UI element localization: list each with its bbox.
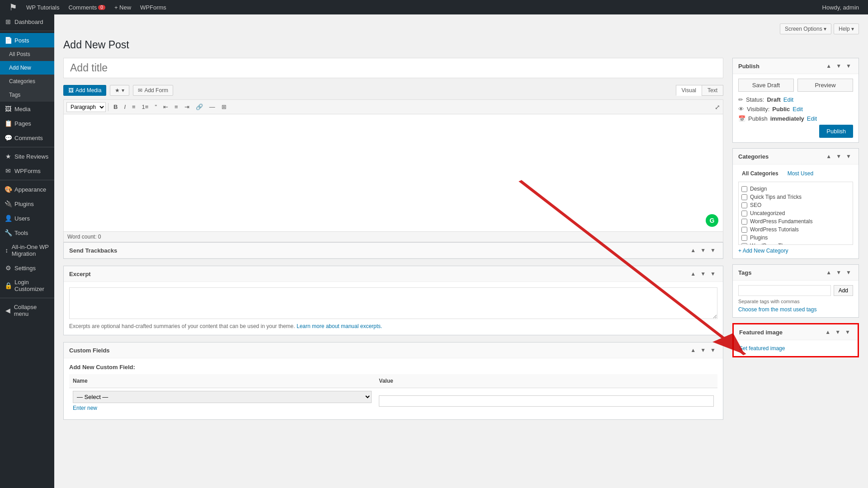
custom-fields-up-btn[interactable]: ▲ bbox=[689, 346, 698, 354]
screen-options-button[interactable]: Screen Options ▾ bbox=[780, 23, 831, 34]
tag-add-button[interactable]: Add bbox=[834, 285, 853, 296]
link-button[interactable]: 🔗 bbox=[193, 102, 206, 112]
cat-checkbox-plugins[interactable] bbox=[741, 235, 747, 241]
sidebar-item-all-posts[interactable]: All Posts bbox=[0, 47, 54, 61]
tag-input[interactable] bbox=[738, 285, 831, 296]
categories-up-btn[interactable]: ▲ bbox=[824, 152, 833, 160]
excerpt-textarea[interactable] bbox=[69, 287, 717, 319]
bold-button[interactable]: B bbox=[111, 102, 120, 112]
tags-panel-header[interactable]: Tags ▲ ▼ ▼ bbox=[733, 265, 859, 281]
sidebar-item-login-customizer[interactable]: 🔒 Login Customizer bbox=[0, 275, 54, 296]
set-featured-image-link[interactable]: Set featured image bbox=[739, 345, 785, 352]
add-form-button[interactable]: ✉ Add Form bbox=[133, 85, 173, 96]
expand-button[interactable]: ⤢ bbox=[715, 103, 720, 111]
tags-up-btn[interactable]: ▲ bbox=[824, 268, 833, 277]
excerpt-toggle-btn[interactable]: ▼ bbox=[708, 270, 717, 278]
cf-value-input[interactable] bbox=[379, 395, 714, 407]
sidebar-item-all-in-one[interactable]: ↕ All-in-One WP Migration bbox=[0, 240, 54, 261]
cf-name-select[interactable]: — Select — bbox=[73, 391, 372, 403]
all-categories-tab[interactable]: All Categories bbox=[738, 169, 782, 178]
categories-toggle-btn[interactable]: ▼ bbox=[844, 152, 853, 160]
status-edit-link[interactable]: Edit bbox=[783, 96, 793, 103]
featured-image-panel-header[interactable]: Featured image ▲ ▼ ▼ bbox=[734, 324, 858, 340]
sidebar-item-site-reviews[interactable]: ★ Site Reviews bbox=[0, 149, 54, 164]
add-new-category-link[interactable]: + Add New Category bbox=[738, 248, 788, 254]
cat-checkbox-wp-themes[interactable] bbox=[741, 243, 747, 245]
trackbacks-down-btn[interactable]: ▼ bbox=[698, 246, 708, 254]
ordered-list-button[interactable]: 1≡ bbox=[139, 102, 151, 112]
cat-checkbox-wp-fundamentals[interactable] bbox=[741, 219, 747, 225]
sidebar-item-categories[interactable]: Categories bbox=[0, 75, 54, 88]
publish-panel-header[interactable]: Publish ▲ ▼ ▼ bbox=[733, 58, 859, 74]
align-left-button[interactable]: ⇤ bbox=[160, 102, 171, 112]
sidebar-item-settings[interactable]: ⚙ Settings bbox=[0, 261, 54, 275]
sidebar-item-appearance[interactable]: 🎨 Appearance bbox=[0, 182, 54, 197]
cat-checkbox-uncategorized[interactable] bbox=[741, 211, 747, 216]
publish-toggle-btn[interactable]: ▼ bbox=[844, 62, 853, 70]
wp-logo-icon[interactable]: ⚑ bbox=[5, 0, 22, 14]
sidebar-item-wpforms[interactable]: ✉ WPForms bbox=[0, 164, 54, 178]
publish-up-btn[interactable]: ▲ bbox=[824, 62, 833, 70]
most-used-tab[interactable]: Most Used bbox=[784, 169, 817, 178]
wpforms-link[interactable]: WPForms bbox=[136, 0, 171, 14]
paragraph-select[interactable]: Paragraph bbox=[66, 102, 106, 112]
save-draft-button[interactable]: Save Draft bbox=[738, 79, 794, 92]
visual-tab[interactable]: Visual bbox=[676, 85, 702, 96]
sidebar-item-users[interactable]: 👤 Users bbox=[0, 211, 54, 225]
post-title-input[interactable] bbox=[63, 58, 723, 78]
italic-button[interactable]: I bbox=[121, 102, 128, 112]
cat-checkbox-seo[interactable] bbox=[741, 202, 747, 208]
featured-image-down-btn[interactable]: ▼ bbox=[833, 328, 842, 336]
publish-when-edit-link[interactable]: Edit bbox=[807, 115, 817, 122]
preview-button[interactable]: Preview bbox=[797, 79, 853, 92]
sidebar-item-tools[interactable]: 🔧 Tools bbox=[0, 225, 54, 240]
custom-fields-header[interactable]: Custom Fields ▲ ▼ ▼ bbox=[64, 343, 723, 358]
sidebar-item-dashboard[interactable]: ⊞ Dashboard bbox=[0, 14, 54, 29]
publish-button[interactable]: Publish bbox=[819, 125, 853, 138]
sidebar-item-media[interactable]: 🖼 Media bbox=[0, 102, 54, 116]
align-center-button[interactable]: ≡ bbox=[172, 102, 181, 112]
categories-down-btn[interactable]: ▼ bbox=[834, 152, 843, 160]
excerpt-header[interactable]: Excerpt ▲ ▼ ▼ bbox=[64, 266, 723, 282]
sidebar-item-collapse[interactable]: ◀ Collapse menu bbox=[0, 300, 54, 321]
site-name-link[interactable]: WP Tutorials bbox=[22, 0, 64, 14]
tags-down-btn[interactable]: ▼ bbox=[834, 268, 843, 277]
featured-image-up-btn[interactable]: ▲ bbox=[823, 328, 832, 336]
custom-fields-toggle-btn[interactable]: ▼ bbox=[708, 346, 717, 354]
comments-link[interactable]: Comments 0 bbox=[64, 0, 109, 14]
unordered-list-button[interactable]: ≡ bbox=[129, 102, 138, 112]
categories-panel-header[interactable]: Categories ▲ ▼ ▼ bbox=[733, 149, 859, 164]
trackbacks-up-btn[interactable]: ▲ bbox=[689, 246, 698, 254]
tag-most-used-link[interactable]: Choose from the most used tags bbox=[738, 306, 816, 313]
editor-area[interactable]: G bbox=[63, 114, 723, 232]
align-right-button[interactable]: ⇥ bbox=[182, 102, 192, 112]
sidebar-item-plugins[interactable]: 🔌 Plugins bbox=[0, 197, 54, 211]
star-rating-button[interactable]: ★ ▾ bbox=[110, 85, 129, 96]
sidebar-item-pages[interactable]: 📋 Pages bbox=[0, 116, 54, 131]
table-button[interactable]: ⊞ bbox=[219, 102, 229, 112]
sidebar-item-add-new[interactable]: Add New bbox=[0, 61, 54, 75]
blockquote-button[interactable]: " bbox=[152, 102, 160, 112]
tags-toggle-btn[interactable]: ▼ bbox=[844, 268, 853, 277]
cat-checkbox-quick-tips[interactable] bbox=[741, 194, 747, 200]
featured-image-toggle-btn[interactable]: ▼ bbox=[843, 328, 852, 336]
help-button[interactable]: Help ▾ bbox=[834, 23, 859, 34]
sidebar-item-posts[interactable]: 📄 Posts bbox=[0, 33, 54, 47]
cf-enter-new-link[interactable]: Enter new bbox=[73, 405, 97, 411]
horizontal-rule-button[interactable]: — bbox=[207, 102, 218, 112]
custom-fields-down-btn[interactable]: ▼ bbox=[698, 346, 708, 354]
cat-checkbox-wp-tutorials[interactable] bbox=[741, 227, 747, 233]
excerpt-up-btn[interactable]: ▲ bbox=[689, 270, 698, 278]
sidebar-item-comments[interactable]: 💬 Comments bbox=[0, 131, 54, 145]
sidebar-item-tags[interactable]: Tags bbox=[0, 88, 54, 102]
trackbacks-toggle-btn[interactable]: ▼ bbox=[708, 246, 717, 254]
add-media-button[interactable]: 🖼 Add Media bbox=[63, 85, 106, 96]
visibility-edit-link[interactable]: Edit bbox=[793, 106, 802, 113]
text-tab[interactable]: Text bbox=[702, 85, 723, 96]
publish-down-btn[interactable]: ▼ bbox=[834, 62, 843, 70]
send-trackbacks-header[interactable]: Send Trackbacks ▲ ▼ ▼ bbox=[64, 243, 723, 258]
excerpt-learn-more-link[interactable]: Learn more about manual excerpts. bbox=[297, 323, 382, 329]
cat-checkbox-design[interactable] bbox=[741, 186, 747, 192]
excerpt-down-btn[interactable]: ▼ bbox=[698, 270, 708, 278]
new-content-link[interactable]: + New bbox=[110, 0, 136, 14]
